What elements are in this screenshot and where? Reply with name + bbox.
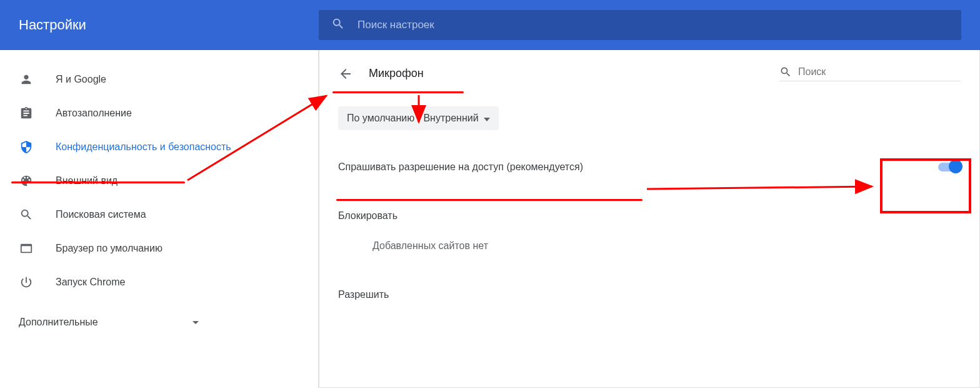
main-content: Микрофон По умолчанию - Внутренний Спраш… [319, 50, 980, 388]
chevron-down-icon [192, 317, 199, 328]
app-title: Настройки [19, 17, 319, 33]
header-search-input[interactable] [358, 19, 949, 31]
person-icon [19, 72, 34, 87]
ask-permission-label: Спрашивать разрешение на доступ (рекомен… [338, 161, 583, 173]
page-search-input[interactable] [798, 66, 961, 78]
power-icon [19, 275, 34, 290]
sidebar-item-label: Внешний вид [56, 174, 118, 188]
page-title: Микрофон [369, 67, 424, 80]
ask-permission-toggle[interactable] [938, 163, 961, 171]
sidebar-item-appearance[interactable]: Внешний вид [0, 164, 318, 198]
sidebar-item-label: Автозаполнение [56, 106, 132, 120]
sidebar-item-search-engine[interactable]: Поисковая система [0, 198, 318, 232]
chevron-down-icon [484, 113, 490, 124]
palette-icon [19, 173, 34, 188]
header-search[interactable] [319, 10, 961, 40]
search-icon [331, 17, 358, 33]
page-search[interactable] [779, 66, 961, 81]
browser-icon [19, 241, 34, 256]
sidebar-expand-label: Дополнительные [19, 317, 98, 328]
block-empty-text: Добавленных сайтов нет [338, 240, 961, 252]
sidebar-item-you-and-google[interactable]: Я и Google [0, 63, 318, 96]
sidebar-item-startup[interactable]: Запуск Chrome [0, 265, 318, 299]
sidebar-item-default-browser[interactable]: Браузер по умолчанию [0, 232, 318, 265]
back-button[interactable] [338, 66, 353, 81]
sidebar-item-label: Браузер по умолчанию [56, 242, 162, 255]
allow-section-heading: Разрешить [338, 289, 961, 300]
ask-permission-row: Спрашивать разрешение на доступ (рекомен… [338, 161, 961, 173]
sidebar-item-label: Конфиденциальность и безопасность [56, 140, 231, 154]
sidebar-item-label: Поисковая система [56, 208, 146, 222]
page-header: Микрофон [338, 66, 961, 81]
sidebar-item-privacy-security[interactable]: Конфиденциальность и безопасность [0, 130, 318, 164]
search-icon [779, 66, 792, 78]
sidebar: Я и Google Автозаполнение Конфиденциальн… [0, 50, 319, 388]
app-header: Настройки [0, 0, 980, 50]
dropdown-label: По умолчанию - Внутренний [347, 113, 479, 124]
sidebar-item-autofill[interactable]: Автозаполнение [0, 96, 318, 130]
block-section-heading: Блокировать [338, 210, 961, 222]
arrow-left-icon [338, 66, 353, 81]
sidebar-expand-advanced[interactable]: Дополнительные [0, 305, 318, 339]
sidebar-item-label: Запуск Chrome [56, 275, 125, 289]
microphone-device-dropdown[interactable]: По умолчанию - Внутренний [338, 106, 499, 130]
sidebar-item-label: Я и Google [56, 73, 106, 86]
clipboard-icon [19, 106, 34, 121]
search-icon [19, 207, 34, 222]
shield-icon [19, 140, 34, 155]
